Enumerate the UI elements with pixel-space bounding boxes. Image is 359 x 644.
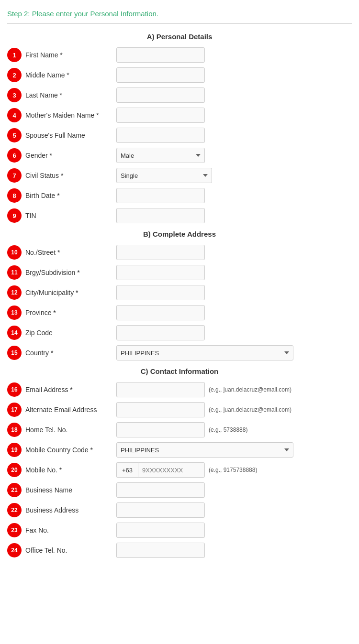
row-first-name: 1 First Name *: [7, 47, 352, 63]
badge-19: 19: [7, 443, 22, 457]
badge-24: 24: [7, 543, 22, 557]
row-last-name: 3 Last Name *: [7, 87, 352, 103]
badge-1: 1: [7, 48, 22, 62]
label-gender: Gender *: [25, 152, 116, 159]
mobile-input-group: +63: [116, 462, 205, 478]
input-brgy-subdivision[interactable]: [116, 265, 205, 280]
row-mobile-country-code: 19 Mobile Country Code * PHILIPPINES: [7, 442, 352, 458]
row-brgy-subdivision: 11 Brgy/Subdivision *: [7, 265, 352, 280]
badge-5: 5: [7, 128, 22, 142]
badge-17: 17: [7, 403, 22, 417]
input-business-address[interactable]: [116, 502, 205, 518]
label-business-name: Business Name: [25, 486, 116, 494]
label-office-tel: Office Tel. No.: [25, 546, 116, 554]
label-email-address: Email Address *: [25, 386, 116, 393]
input-birth-date[interactable]: [116, 188, 205, 203]
label-first-name: First Name *: [25, 51, 116, 59]
badge-7: 7: [7, 168, 22, 183]
label-mothers-maiden-name: Mother's Maiden Name *: [25, 111, 116, 119]
input-home-tel[interactable]: [116, 422, 205, 437]
row-city-municipality: 12 City/Municipality *: [7, 285, 352, 300]
badge-4: 4: [7, 108, 22, 122]
input-first-name[interactable]: [116, 47, 205, 63]
label-brgy-subdivision: Brgy/Subdivision *: [25, 269, 116, 276]
select-gender[interactable]: Male Female: [116, 148, 205, 163]
section-contact: C) Contact Information: [7, 367, 352, 375]
label-mobile-no: Mobile No. *: [25, 466, 116, 474]
row-office-tel: 24 Office Tel. No.: [7, 543, 352, 558]
label-civil-status: Civil Status *: [25, 172, 116, 179]
hint-home-tel: (e.g., 5738888): [209, 426, 247, 433]
label-home-tel: Home Tel. No.: [25, 426, 116, 434]
badge-12: 12: [7, 285, 22, 300]
label-fax-no: Fax No.: [25, 526, 116, 534]
badge-14: 14: [7, 326, 22, 340]
row-mothers-maiden-name: 4 Mother's Maiden Name *: [7, 108, 352, 123]
section-address: B) Complete Address: [7, 230, 352, 238]
select-country[interactable]: PHILIPPINES: [116, 345, 293, 360]
row-zip-code: 14 Zip Code: [7, 325, 352, 340]
input-business-name[interactable]: [116, 482, 205, 498]
row-business-name: 21 Business Name: [7, 482, 352, 498]
label-alternate-email: Alternate Email Address: [25, 406, 116, 414]
label-tin: TIN: [25, 212, 116, 219]
label-birth-date: Birth Date *: [25, 192, 116, 199]
label-province: Province *: [25, 309, 116, 317]
row-gender: 6 Gender * Male Female: [7, 148, 352, 163]
badge-13: 13: [7, 306, 22, 320]
input-zip-code[interactable]: [116, 325, 205, 340]
row-fax-no: 23 Fax No.: [7, 523, 352, 538]
input-mobile-number[interactable]: [138, 462, 205, 478]
hint-alternate-email: (e.g., juan.delacruz@email.com): [209, 406, 292, 413]
input-province[interactable]: [116, 305, 205, 320]
badge-11: 11: [7, 265, 22, 280]
row-email-address: 16 Email Address * (e.g., juan.delacruz@…: [7, 382, 352, 397]
badge-10: 10: [7, 245, 22, 260]
row-alternate-email: 17 Alternate Email Address (e.g., juan.d…: [7, 402, 352, 417]
input-spouses-full-name[interactable]: [116, 128, 205, 143]
row-country: 15 Country * PHILIPPINES: [7, 345, 352, 360]
label-middle-name: Middle Name *: [25, 71, 116, 79]
input-email-address[interactable]: [116, 382, 205, 397]
hint-email-address: (e.g., juan.delacruz@email.com): [209, 386, 292, 393]
badge-20: 20: [7, 463, 22, 477]
badge-16: 16: [7, 382, 22, 397]
input-mothers-maiden-name[interactable]: [116, 108, 205, 123]
badge-18: 18: [7, 423, 22, 437]
badge-2: 2: [7, 68, 22, 82]
select-mobile-country-code[interactable]: PHILIPPINES: [116, 442, 293, 458]
row-civil-status: 7 Civil Status * Single Married Widowed …: [7, 168, 352, 183]
row-spouses-full-name: 5 Spouse's Full Name: [7, 128, 352, 143]
input-office-tel[interactable]: [116, 543, 205, 558]
badge-15: 15: [7, 346, 22, 360]
select-civil-status[interactable]: Single Married Widowed Separated: [116, 168, 212, 183]
badge-22: 22: [7, 503, 22, 517]
input-last-name[interactable]: [116, 87, 205, 103]
mobile-prefix: +63: [116, 462, 138, 478]
step-title: Step 2: Please enter your Personal Infor…: [7, 10, 352, 18]
row-business-address: 22 Business Address: [7, 502, 352, 518]
label-mobile-country-code: Mobile Country Code *: [25, 446, 116, 454]
input-fax-no[interactable]: [116, 523, 205, 538]
input-middle-name[interactable]: [116, 67, 205, 83]
row-middle-name: 2 Middle Name *: [7, 67, 352, 83]
input-alternate-email[interactable]: [116, 402, 205, 417]
row-birth-date: 8 Birth Date *: [7, 188, 352, 203]
label-no-street: No./Street *: [25, 249, 116, 256]
label-zip-code: Zip Code: [25, 329, 116, 337]
row-tin: 9 TIN: [7, 208, 352, 223]
badge-21: 21: [7, 483, 22, 497]
label-country: Country *: [25, 349, 116, 357]
hint-mobile-no: (e.g., 9175738888): [209, 467, 257, 473]
input-city-municipality[interactable]: [116, 285, 205, 300]
badge-6: 6: [7, 148, 22, 163]
badge-9: 9: [7, 208, 22, 223]
row-home-tel: 18 Home Tel. No. (e.g., 5738888): [7, 422, 352, 437]
row-no-street: 10 No./Street *: [7, 245, 352, 260]
input-tin[interactable]: [116, 208, 205, 223]
label-city-municipality: City/Municipality *: [25, 289, 116, 296]
input-no-street[interactable]: [116, 245, 205, 260]
section-personal: A) Personal Details: [7, 33, 352, 41]
divider: [7, 23, 352, 24]
label-last-name: Last Name *: [25, 91, 116, 99]
